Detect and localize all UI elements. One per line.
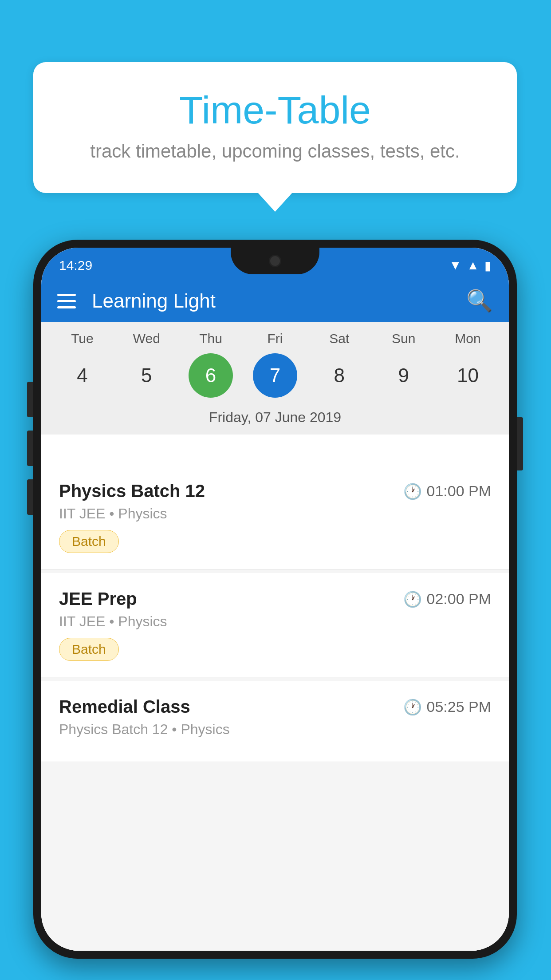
schedule-item-3-subtitle: Physics Batch 12 • Physics: [59, 721, 491, 738]
schedule-item-2-time: 🕐 02:00 PM: [403, 590, 491, 608]
day-6-today[interactable]: 6: [189, 353, 233, 398]
hamburger-line-2: [57, 300, 76, 302]
day-8[interactable]: 8: [317, 353, 362, 398]
tooltip-title: Time-Table: [55, 89, 495, 132]
hamburger-line-3: [57, 306, 76, 308]
calendar-strip: Tue Wed Thu Fri Sat Sun Mon 4 5 6 7 8 9 …: [41, 322, 509, 435]
signal-icon: ▲: [467, 258, 479, 273]
schedule-item-1-title: Physics Batch 12: [59, 481, 205, 501]
app-bar: Learning Light 🔍: [41, 280, 509, 322]
schedule-item-3-title: Remedial Class: [59, 697, 190, 717]
day-header-mon: Mon: [445, 331, 490, 346]
power-button: [517, 417, 523, 470]
volume-down-button: [27, 431, 33, 466]
status-icons: ▼ ▲ ▮: [449, 255, 491, 273]
volume-up-button: [27, 382, 33, 417]
day-9[interactable]: 9: [382, 353, 426, 398]
day-header-sat: Sat: [317, 331, 362, 346]
schedule-item-2-header: JEE Prep 🕐 02:00 PM: [59, 589, 491, 609]
phone-outer: 14:29 ▼ ▲ ▮ Learning Light 🔍: [33, 240, 517, 959]
day-4[interactable]: 4: [60, 353, 104, 398]
schedule-item-3[interactable]: Remedial Class 🕐 05:25 PM Physics Batch …: [41, 681, 509, 762]
schedule-item-1-time: 🕐 01:00 PM: [403, 482, 491, 500]
clock-icon-3: 🕐: [403, 698, 422, 716]
day-header-wed: Wed: [124, 331, 169, 346]
day-numbers: 4 5 6 7 8 9 10: [41, 350, 509, 405]
schedule-item-2-subtitle: IIT JEE • Physics: [59, 613, 491, 630]
schedule-item-2[interactable]: JEE Prep 🕐 02:00 PM IIT JEE • Physics Ba…: [41, 573, 509, 677]
tooltip-subtitle: track timetable, upcoming classes, tests…: [55, 141, 495, 162]
app-title: Learning Light: [92, 290, 466, 312]
phone-mockup: 14:29 ▼ ▲ ▮ Learning Light 🔍: [33, 240, 517, 959]
front-camera: [269, 255, 281, 267]
schedule-item-1-time-value: 01:00 PM: [426, 482, 491, 500]
selected-date-label: Friday, 07 June 2019: [41, 405, 509, 435]
clock-icon-2: 🕐: [403, 590, 422, 608]
schedule-item-3-header: Remedial Class 🕐 05:25 PM: [59, 697, 491, 717]
day-header-thu: Thu: [189, 331, 233, 346]
schedule-item-1-subtitle: IIT JEE • Physics: [59, 506, 491, 522]
schedule-item-1[interactable]: Physics Batch 12 🕐 01:00 PM IIT JEE • Ph…: [41, 465, 509, 569]
day-header-fri: Fri: [253, 331, 297, 346]
schedule-item-3-time: 🕐 05:25 PM: [403, 698, 491, 716]
hamburger-line-1: [57, 294, 76, 296]
day-10[interactable]: 10: [445, 353, 490, 398]
day-header-sun: Sun: [382, 331, 426, 346]
day-headers: Tue Wed Thu Fri Sat Sun Mon: [41, 322, 509, 350]
wifi-icon: ▼: [449, 258, 462, 273]
day-5[interactable]: 5: [124, 353, 169, 398]
schedule-item-2-title: JEE Prep: [59, 589, 137, 609]
phone-screen: 14:29 ▼ ▲ ▮ Learning Light 🔍: [41, 248, 509, 951]
notch: [231, 248, 319, 274]
status-time: 14:29: [59, 254, 92, 273]
schedule-item-2-badge: Batch: [59, 638, 119, 661]
clock-icon-1: 🕐: [403, 482, 422, 500]
silent-button: [27, 479, 33, 515]
schedule-item-2-time-value: 02:00 PM: [426, 590, 491, 608]
day-header-tue: Tue: [60, 331, 104, 346]
schedule-item-1-badge: Batch: [59, 530, 119, 553]
schedule-item-1-header: Physics Batch 12 🕐 01:00 PM: [59, 481, 491, 501]
day-7-selected[interactable]: 7: [253, 353, 297, 398]
hamburger-menu-button[interactable]: [57, 294, 76, 308]
schedule-item-3-time-value: 05:25 PM: [426, 698, 491, 715]
schedule-list: Physics Batch 12 🕐 01:00 PM IIT JEE • Ph…: [41, 465, 509, 951]
tooltip-card: Time-Table track timetable, upcoming cla…: [33, 62, 517, 193]
battery-icon: ▮: [484, 258, 491, 273]
search-icon[interactable]: 🔍: [466, 288, 493, 313]
